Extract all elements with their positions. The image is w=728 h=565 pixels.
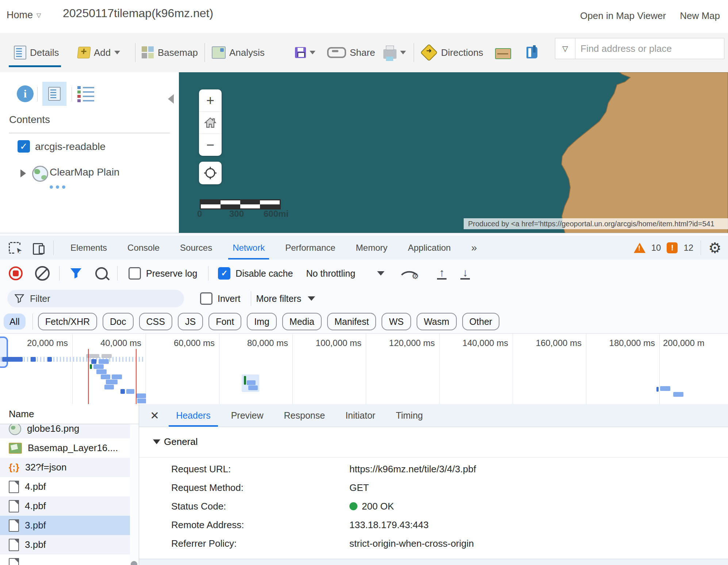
chevron-down-icon[interactable] [377, 271, 384, 276]
network-conditions-icon[interactable] [402, 267, 418, 280]
map-toolbar: Details Add Basemap Analysis Share Direc… [0, 33, 728, 73]
waterfall-bar [93, 364, 104, 369]
chip-doc[interactable]: Doc [103, 313, 133, 330]
tab-performance[interactable]: Performance [283, 236, 337, 260]
tab-headers[interactable]: Headers [172, 404, 214, 427]
basemap-button[interactable]: Basemap [142, 33, 198, 72]
throttling-select[interactable]: No throttling [306, 268, 355, 279]
chip-manifest[interactable]: Manifest [327, 313, 376, 330]
divider [701, 241, 701, 255]
settings-gear-icon[interactable]: ⚙ [708, 241, 721, 255]
file-icon [9, 539, 19, 551]
home-extent-button[interactable] [199, 112, 222, 134]
waterfall-bar [660, 386, 670, 391]
save-button[interactable] [295, 33, 315, 72]
tab-network[interactable]: Network [230, 236, 267, 260]
directions-button[interactable]: Directions [423, 33, 483, 72]
chip-wasm[interactable]: Wasm [417, 313, 457, 330]
scrollbar[interactable] [130, 424, 139, 565]
search-icon[interactable] [95, 267, 108, 280]
chip-css[interactable]: CSS [139, 313, 172, 330]
measure-button[interactable] [495, 33, 511, 72]
next-section-strip[interactable] [139, 559, 728, 565]
tab-elements[interactable]: Elements [68, 236, 109, 260]
tab-console[interactable]: Console [125, 236, 162, 260]
request-row[interactable]: 4.pbf [0, 496, 139, 516]
legend-icon[interactable] [77, 86, 94, 102]
clear-network-log-icon[interactable] [35, 266, 50, 281]
map-canvas[interactable]: + − 0 300 600mi Produced by <a href=' [179, 72, 728, 234]
layer-overflow-menu[interactable] [50, 185, 65, 189]
zoom-in-button[interactable]: + [199, 89, 222, 112]
chip-img[interactable]: Img [247, 313, 277, 330]
network-overview-timeline[interactable]: 20,000 ms 40,000 ms 60,000 ms 80,000 ms … [0, 333, 728, 405]
layer-label[interactable]: ClearMap Plain [50, 166, 119, 178]
more-tabs-button[interactable]: » [469, 236, 479, 260]
chip-all[interactable]: All [4, 314, 26, 330]
request-row[interactable]: 4.pbf [0, 477, 139, 496]
file-icon [9, 519, 19, 532]
disable-cache-checkbox[interactable]: ✓ [218, 267, 230, 280]
layer-group-label[interactable]: arcgis-readable [35, 141, 106, 153]
analysis-button[interactable]: Analysis [212, 33, 265, 72]
open-in-map-viewer-link[interactable]: Open in Map Viewer [580, 10, 666, 22]
load-event-line [136, 349, 137, 404]
header-row: Request Method: GET [139, 478, 728, 497]
inspect-element-icon[interactable] [9, 242, 20, 254]
new-map-link[interactable]: New Map [680, 10, 720, 22]
waterfall-bar [244, 376, 246, 385]
overview-window-handle[interactable] [0, 337, 8, 368]
request-row-partial[interactable] [0, 554, 139, 565]
details-tab[interactable]: Details [14, 33, 59, 72]
filter-funnel-icon[interactable] [70, 268, 82, 279]
filter-input[interactable] [29, 293, 162, 304]
close-icon[interactable]: ✕ [150, 409, 159, 422]
collapse-panel-arrow-icon[interactable] [168, 94, 174, 104]
import-har-icon[interactable]: ↑ [436, 267, 448, 280]
warning-icon[interactable] [634, 243, 645, 253]
content-view-button[interactable] [42, 82, 66, 106]
breadcrumb-home[interactable]: Home ▽ [7, 9, 41, 21]
tab-sources[interactable]: Sources [178, 236, 214, 260]
general-section-toggle[interactable]: General [153, 436, 198, 447]
chip-js[interactable]: JS [178, 313, 203, 330]
image-globe-icon [9, 423, 21, 435]
request-row-selected[interactable]: 3.pbf [0, 516, 139, 535]
zoom-out-button[interactable]: − [199, 134, 222, 156]
chip-fetch-xhr[interactable]: Fetch/XHR [38, 313, 97, 330]
tab-response[interactable]: Response [280, 404, 329, 427]
preserve-log-checkbox[interactable] [129, 267, 141, 280]
add-button[interactable]: Add [78, 33, 120, 72]
chip-media[interactable]: Media [282, 313, 322, 330]
export-har-icon[interactable]: ↓ [459, 267, 471, 280]
locate-button[interactable] [199, 162, 222, 184]
print-button[interactable] [383, 33, 406, 72]
request-row[interactable]: 3.pbf [0, 535, 139, 554]
tab-preview[interactable]: Preview [227, 404, 267, 427]
search-scope-dropdown[interactable]: ▽ [555, 38, 575, 59]
tab-timing[interactable]: Timing [392, 404, 426, 427]
record-network-log-button[interactable] [9, 266, 23, 280]
request-row[interactable]: Basemap_Layer16.... [0, 438, 139, 458]
chip-ws[interactable]: WS [382, 313, 411, 330]
bookmarks-button[interactable] [526, 33, 537, 72]
share-button[interactable]: Share [327, 33, 375, 72]
search-input[interactable] [575, 43, 724, 54]
tab-memory[interactable]: Memory [354, 236, 390, 260]
waterfall-bar [248, 385, 258, 390]
more-filters-button[interactable]: More filters [256, 293, 302, 304]
chip-font[interactable]: Font [208, 313, 241, 330]
request-row[interactable]: {;} 32?f=json [0, 458, 139, 477]
issues-icon[interactable]: ! [667, 242, 678, 253]
name-column-header[interactable]: Name [0, 404, 139, 424]
tab-application[interactable]: Application [406, 236, 453, 260]
tab-initiator[interactable]: Initiator [342, 404, 379, 427]
about-icon[interactable]: i [17, 85, 34, 102]
invert-checkbox[interactable] [200, 292, 212, 305]
layer-group-checkbox[interactable]: ✓ [18, 140, 30, 153]
expand-arrow-icon[interactable] [20, 169, 26, 177]
scrollbar-thumb[interactable] [131, 561, 137, 565]
ruler-tick: 20,000 ms [0, 338, 68, 348]
device-toolbar-icon[interactable] [33, 242, 45, 254]
chip-other[interactable]: Other [462, 313, 500, 330]
